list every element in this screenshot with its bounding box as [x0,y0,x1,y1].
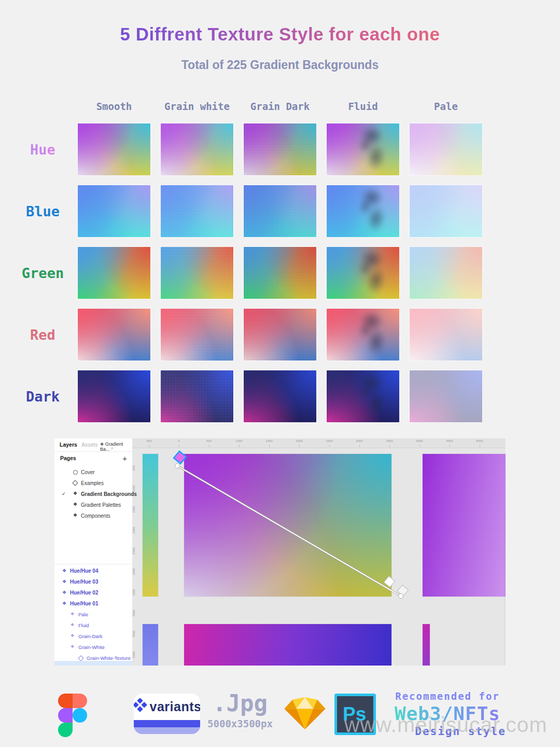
layer-label: Fluid [78,622,89,628]
ruler-label: 1500 [265,439,272,442]
row-label-dark: Dark [13,370,73,422]
page-item-examples[interactable]: Examples [54,478,132,489]
ruler-label: 2500 [326,439,332,442]
layer-label: Pale [78,612,88,617]
fluid-smoke-texture [346,309,397,361]
layer-item-grain-dark[interactable]: ❖Grain-Dark [54,631,132,642]
figma-canvas[interactable]: -500050010001500200025003000350040004500… [132,438,506,666]
pages-header-row: Pages + [54,453,132,464]
watermark: www.meirisucar.com [344,713,548,737]
tile-dark-grain-dark [244,370,316,422]
layer-item-hue-hue-04[interactable]: ❖Hue/Hue 04 [54,566,132,577]
component-icon: ❖ [73,502,77,507]
pale-overlay [410,309,482,361]
tab-layers[interactable]: Layers [60,441,77,448]
layer-item-hue-hue-02[interactable]: ❖Hue/Hue 02 [54,588,132,599]
ruler-label: 3000 [132,565,135,578]
ruler-label: 500 [132,462,135,474]
grain-dark-texture [244,123,316,175]
artboard-top-left-strip[interactable] [143,454,158,597]
tile-hue-pale [410,123,482,175]
variants-icon [134,698,147,715]
page-item-gradient-palettes[interactable]: ❖Gradient Palettes [54,500,132,511]
variants-label: variants [150,699,200,714]
jpg-size: 5000x3500px [202,718,278,729]
pale-overlay [410,370,482,422]
variants-bar-dark [134,720,200,727]
page-label: Gradient Palettes [81,502,121,508]
layer-label: Grain-White-Texture [87,655,131,661]
ruler-label: 500 [206,439,212,442]
layer-label: Hue/Hue 04 [70,568,98,574]
selected-layer-row[interactable] [54,661,132,666]
fluid-smoke-texture [346,185,397,237]
ruler-label: 3500 [386,439,393,442]
tile-red-grain-white [161,309,233,361]
jpg-label: .Jpg [202,691,278,715]
column-header-smooth: Smooth [78,101,150,112]
page-item-cover[interactable]: Cover [54,467,132,478]
tile-dark-fluid [327,370,399,422]
page-label: Gradient Backgrounds [81,491,137,497]
component-icon: ❖ [62,568,66,573]
layer-label: Grain-White [78,644,105,650]
page-label: Cover [81,469,95,475]
artboard-bottom-main[interactable] [184,624,391,666]
tile-green-grain-dark [244,247,316,299]
gradient-end-handle [397,585,408,596]
ruler-label: 2000 [296,439,302,442]
artboard-top-right[interactable] [423,454,506,597]
variants-bar-light [134,727,200,734]
layer-item-hue-hue-03[interactable]: ❖Hue/Hue 03 [54,577,132,588]
tile-dark-pale [410,370,482,422]
tile-dark-grain-white [161,370,233,422]
grain-white-texture [161,309,233,361]
ruler-label: 5000 [132,648,135,661]
layer-item-pale[interactable]: ❖Pale [54,610,132,620]
grain-white-texture [161,185,233,237]
document-selector[interactable]: ❖ Gradient Ba... ^ [100,441,132,452]
ruler-label: -500 [146,439,152,442]
artboard-bottom-right-strip[interactable] [423,624,430,666]
tab-assets[interactable]: Assets [81,441,98,448]
diamond-outline-icon [72,480,78,486]
layer-label: Hue/Hue 02 [70,590,98,596]
page-title: 5 Diffrent Texture Style for each one [0,24,560,45]
row-label-hue: Hue [13,123,73,175]
add-page-button[interactable]: + [122,454,127,463]
pale-overlay [410,247,482,299]
instance-icon: ❖ [71,622,74,627]
layer-label: Hue/Hue 03 [70,579,98,585]
ruler-label: 5000 [476,439,483,442]
column-header-grain-dark: Grain Dark [244,101,316,112]
fluid-smoke-texture [346,123,397,175]
ruler-label: 1000 [235,439,242,442]
artboard-bottom-left-strip[interactable] [143,624,158,666]
diamond-outline-icon [78,655,83,661]
page-item-gradient-backgrounds[interactable]: ✓❖Gradient Backgrounds [54,489,132,500]
layer-item-hue-hue-01[interactable]: ❖Hue/Hue 01 [54,599,132,610]
grain-dark-texture [244,185,316,237]
fluid-smoke-texture [346,370,397,422]
instance-icon: ❖ [71,633,74,638]
layer-label: Grain-Dark [78,633,102,639]
tile-green-smooth [78,247,150,299]
grain-dark-texture [244,370,316,422]
grain-white-texture [161,370,233,422]
ruler-label: 3000 [356,439,362,442]
horizontal-ruler: -500050010001500200025003000350040004500… [132,438,506,448]
layer-item-grain-white[interactable]: ❖Grain-White [54,642,132,653]
tile-blue-grain-white [161,185,233,237]
recommended-line1: Recommended for [388,690,507,702]
ruler-label: 4500 [446,439,453,442]
page-label: Examples [81,480,104,486]
tile-red-smooth [78,309,150,361]
layer-item-fluid[interactable]: ❖Fluid [54,620,132,631]
variants-badge: variants [134,694,200,734]
ruler-label: 0 [178,439,179,442]
figma-left-panel: LayersAssets❖ Gradient Ba... ^ Pages + C… [54,438,132,666]
page-item-components[interactable]: ❖Components [54,511,132,522]
component-icon: ❖ [73,513,77,518]
artboard-top-main[interactable] [184,454,391,597]
component-icon: ❖ [73,491,77,496]
